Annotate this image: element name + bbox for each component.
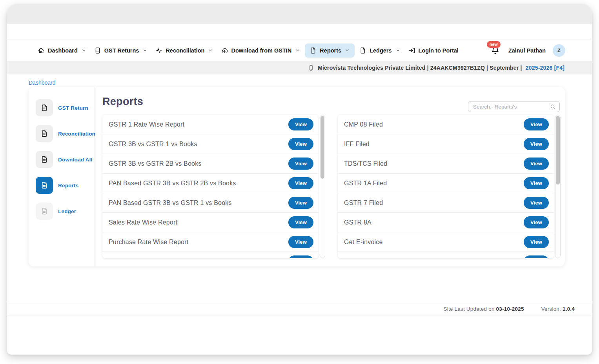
report-name: Purchase Rate Wise Report — [109, 239, 188, 246]
chevron-down-icon — [208, 48, 213, 53]
view-button[interactable]: View — [524, 216, 549, 228]
report-name: Sales Rate Wise Report — [109, 219, 177, 226]
sidebar-item-download-all[interactable]: Download All — [36, 151, 92, 168]
sidebar-item-label: Download All — [58, 157, 92, 163]
footer-divider — [7, 302, 592, 302]
right-list-scrollbar[interactable] — [555, 115, 561, 258]
nav-item-label: GST Returns — [104, 47, 139, 54]
nav-item-label: Ledgers — [370, 47, 391, 54]
new-badge: new — [487, 41, 501, 48]
sidebar: GST ReturnReconciliationDownload AllRepo… — [29, 87, 95, 266]
report-row: CMP 08 FiledView — [338, 115, 554, 134]
left-list-scrollbar[interactable] — [320, 115, 325, 258]
nav-item-login-to-portal[interactable]: Login to Portal — [405, 44, 462, 57]
report-row: View — [102, 252, 319, 258]
report-row: Purchase Rate Wise ReportView — [102, 232, 319, 252]
report-name: GSTR 7 Filed — [344, 199, 383, 206]
report-row: Sales Rate Wise ReportView — [102, 213, 319, 232]
report-name: PAN Based GSTR 3B vs GSTR 1 vs Books — [109, 199, 232, 206]
nav-item-label: Reconciliation — [166, 47, 204, 54]
file-text-icon — [36, 177, 53, 194]
nav-items: DashboardGST ReturnsReconciliationDownlo… — [35, 43, 463, 58]
report-row: GSTR 7 FiledView — [338, 193, 554, 213]
report-row: Get E-invoiceView — [338, 232, 554, 252]
sidebar-item-label: Reconciliation — [58, 131, 95, 137]
mobile-icon — [308, 65, 314, 71]
sidebar-item-gst-return[interactable]: GST Return — [36, 99, 88, 116]
book-icon — [94, 47, 101, 54]
search-input[interactable] — [468, 104, 550, 110]
financial-period[interactable]: 2025-2026 [F4] — [526, 65, 564, 71]
reports-panel: GST ReturnReconciliationDownload AllRepo… — [29, 87, 565, 266]
sidebar-item-label: Reports — [58, 183, 78, 188]
view-button[interactable]: View — [524, 255, 549, 258]
view-button[interactable]: View — [524, 158, 549, 170]
report-row: View — [338, 252, 554, 258]
nav-item-label: Dashboard — [48, 47, 78, 54]
window-chrome-strip — [7, 4, 592, 24]
view-button[interactable]: View — [524, 236, 549, 248]
sidebar-item-label: GST Return — [58, 105, 88, 111]
chevron-down-icon — [142, 48, 147, 53]
report-row: GSTR 8AView — [338, 213, 554, 232]
file-text-icon — [36, 203, 53, 220]
search-box — [468, 101, 560, 112]
report-row: PAN Based GSTR 3B vs GSTR 1 vs BooksView — [102, 193, 319, 213]
report-name: GSTR 3B vs GSTR 2B vs Books — [109, 160, 202, 167]
view-button[interactable]: View — [288, 118, 313, 130]
file-text-icon — [36, 125, 53, 142]
search-icon[interactable] — [550, 104, 556, 110]
nav-right-cluster: new Zainul Pathan Z — [491, 44, 565, 57]
view-button[interactable]: View — [288, 255, 313, 258]
view-button[interactable]: View — [288, 158, 313, 170]
nav-item-dashboard[interactable]: Dashboard — [35, 44, 89, 57]
view-button[interactable]: View — [524, 138, 549, 150]
version-value: 1.0.4 — [563, 306, 575, 312]
notifications-button[interactable]: new — [491, 46, 500, 55]
nav-item-reports[interactable]: Reports — [305, 43, 355, 58]
report-name: IFF Filed — [344, 141, 370, 148]
last-updated-date: 03-10-2025 — [496, 306, 524, 312]
view-button[interactable]: View — [524, 197, 549, 209]
view-button[interactable]: View — [288, 216, 313, 228]
nav-item-label: Login to Portal — [419, 47, 459, 54]
nav-item-download-from-gstin[interactable]: Download from GSTIN — [218, 44, 303, 57]
sidebar-item-reconciliation[interactable]: Reconciliation — [36, 125, 95, 142]
report-row: TDS/TCS FiledView — [338, 154, 554, 174]
nav-item-label: Download from GSTIN — [231, 47, 291, 54]
breadcrumb[interactable]: Dashboard — [29, 80, 56, 86]
user-name: Zainul Pathan — [508, 47, 546, 54]
file-text-icon — [36, 99, 53, 116]
page-title: Reports — [102, 96, 143, 108]
view-button[interactable]: View — [524, 177, 549, 189]
activity-icon — [155, 47, 162, 54]
report-row: PAN Based GSTR 3B vs GSTR 2B vs BooksVie… — [102, 174, 319, 193]
sidebar-item-label: Ledger — [58, 208, 76, 214]
view-button[interactable]: View — [288, 197, 313, 209]
view-button[interactable]: View — [288, 177, 313, 189]
nav-item-reconciliation[interactable]: Reconciliation — [152, 44, 216, 57]
sidebar-item-reports[interactable]: Reports — [36, 177, 78, 194]
report-name: TDS/TCS Filed — [344, 160, 387, 167]
report-name: CMP 08 Filed — [344, 121, 383, 128]
sidebar-item-ledger[interactable]: Ledger — [36, 203, 76, 220]
view-button[interactable]: View — [288, 236, 313, 248]
view-button[interactable]: View — [288, 138, 313, 150]
report-name: GSTR 8A — [344, 219, 371, 226]
footer: Site Last Updated on 03-10-2025 Version:… — [444, 306, 575, 312]
scrollbar-thumb[interactable] — [556, 116, 560, 185]
report-name: GSTR 1A Filed — [344, 180, 387, 187]
left-report-list: GSTR 1 Rate Wise ReportViewGSTR 3B vs GS… — [102, 115, 319, 258]
nav-item-gst-returns[interactable]: GST Returns — [91, 44, 151, 57]
avatar[interactable]: Z — [553, 44, 565, 57]
version: Version: 1.0.4 — [541, 306, 575, 312]
scrollbar-thumb[interactable] — [320, 116, 324, 179]
file-icon — [359, 47, 366, 54]
right-report-list: CMP 08 FiledViewIFF FiledViewTDS/TCS Fil… — [338, 115, 554, 258]
chevron-down-icon — [81, 48, 86, 53]
report-name: GSTR 1 Rate Wise Report — [109, 121, 184, 128]
nav-item-ledgers[interactable]: Ledgers — [356, 44, 403, 57]
app-window: DashboardGST ReturnsReconciliationDownlo… — [7, 4, 592, 355]
nav-item-label: Reports — [320, 47, 341, 54]
view-button[interactable]: View — [524, 118, 549, 130]
